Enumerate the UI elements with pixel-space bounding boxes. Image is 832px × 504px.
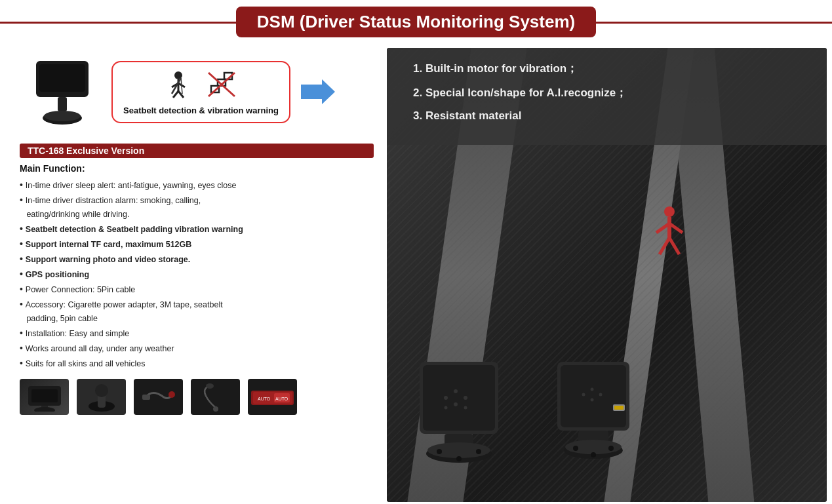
svg-point-51 <box>427 442 490 458</box>
seatbelt-icon <box>163 69 194 100</box>
bullet-list: In-time driver sleep alert: anti-fatigue… <box>20 178 374 371</box>
svg-line-10 <box>178 91 184 98</box>
thumbnail-row: AUTO AUTO <box>20 379 374 415</box>
svg-point-68 <box>591 452 596 457</box>
ttc-label: TTC-168 Exclusive Version <box>20 144 374 158</box>
svg-point-47 <box>445 406 448 410</box>
svg-point-45 <box>464 396 467 400</box>
red-figure <box>643 205 696 273</box>
camera-1-svg <box>406 349 511 480</box>
svg-point-52 <box>437 449 442 454</box>
svg-line-40 <box>669 238 679 254</box>
camera-device-2 <box>551 349 636 482</box>
svg-point-22 <box>34 407 55 412</box>
svg-point-53 <box>476 449 481 454</box>
svg-point-44 <box>454 389 458 393</box>
svg-rect-56 <box>561 365 626 427</box>
feature-icons <box>163 69 239 100</box>
svg-point-29 <box>213 406 218 412</box>
main-content: Seatbelt detection & vibration warning T… <box>0 43 832 504</box>
svg-point-66 <box>573 446 578 451</box>
list-item: Suits for all skins and all vehicles <box>20 356 374 371</box>
list-item: Works around all day, under any weather <box>20 341 374 356</box>
list-item-tf: Support internal TF card, maximum 512GB <box>20 237 374 252</box>
svg-line-9 <box>173 91 178 98</box>
svg-line-39 <box>660 238 669 254</box>
svg-rect-42 <box>423 365 495 431</box>
svg-text:AUTO: AUTO <box>258 397 271 401</box>
feature-3: 3. Resistant material <box>413 109 807 123</box>
list-item-gps: GPS positioning <box>20 267 374 282</box>
list-item: In-time driver distraction alarm: smokin… <box>20 193 374 222</box>
thumb-device-svg-2 <box>85 383 118 412</box>
list-item-storage: Support warning photo and video storage. <box>20 252 374 267</box>
list-item: Accessory: Cigarette power adapter, 3M t… <box>20 297 374 326</box>
feature-2: 2. Special Icon/shape for A.I.recognize； <box>413 85 807 100</box>
svg-point-59 <box>599 393 603 397</box>
camera-devices <box>406 349 636 482</box>
camera-device-1 <box>406 349 511 482</box>
svg-point-26 <box>168 391 175 398</box>
thumb-2 <box>77 379 126 415</box>
svg-point-43 <box>444 396 448 400</box>
svg-rect-1 <box>39 64 85 92</box>
list-item: Installation: Easy and simple <box>20 326 374 341</box>
feature-1: 1. Built-in motor for vibration； <box>413 61 807 76</box>
svg-rect-2 <box>58 97 67 111</box>
thumb-5: AUTO AUTO <box>248 379 297 415</box>
list-item: Power Connection: 5Pin cable <box>20 282 374 297</box>
thumb-device-svg-4 <box>196 383 235 412</box>
svg-line-12 <box>181 78 182 94</box>
thumb-device-svg-3 <box>139 383 178 412</box>
list-item: In-time driver sleep alert: anti-fatigue… <box>20 178 374 193</box>
svg-marker-18 <box>301 79 335 104</box>
svg-point-58 <box>591 388 594 391</box>
svg-point-25 <box>95 384 108 397</box>
feature-list-overlay: 1. Built-in motor for vibration； 2. Spec… <box>387 48 827 145</box>
svg-rect-20 <box>31 389 58 402</box>
device-svg <box>26 56 98 128</box>
svg-text:AUTO: AUTO <box>275 397 288 401</box>
svg-point-28 <box>206 383 214 389</box>
svg-point-46 <box>454 402 458 406</box>
vibration-warning-icon <box>205 69 239 100</box>
arrow-svg <box>301 79 335 104</box>
page-title: DSM (Driver Status Monitoring System) <box>236 7 596 37</box>
svg-rect-27 <box>142 395 150 400</box>
svg-point-54 <box>456 456 462 461</box>
svg-point-67 <box>608 446 614 451</box>
svg-rect-62 <box>614 406 624 410</box>
red-figure-svg <box>643 205 696 271</box>
device-image <box>20 49 105 134</box>
main-function-title: Main Function: <box>20 163 374 174</box>
list-item-seatbelt: Seatbelt detection & Seatbelt padding vi… <box>20 222 374 237</box>
thumb-4 <box>191 379 240 415</box>
feature-box-text: Seatbelt detection & vibration warning <box>123 106 279 115</box>
thumb-device-svg-1 <box>25 383 64 412</box>
svg-point-48 <box>464 406 467 410</box>
right-panel: 1. Built-in motor for vibration； 2. Spec… <box>387 48 827 502</box>
thumb-3 <box>134 379 183 415</box>
header: DSM (Driver Status Monitoring System) <box>0 0 832 43</box>
svg-point-35 <box>664 206 675 217</box>
svg-point-4 <box>44 111 81 121</box>
svg-point-60 <box>591 398 594 402</box>
thumb-device-svg-5: AUTO AUTO <box>248 383 297 412</box>
camera-2-svg <box>551 349 636 480</box>
feature-detection-box: Seatbelt detection & vibration warning <box>111 61 290 123</box>
arrow <box>301 79 335 104</box>
thumb-1 <box>20 379 69 415</box>
device-row: Seatbelt detection & vibration warning <box>20 49 374 134</box>
left-panel: Seatbelt detection & vibration warning T… <box>0 43 387 504</box>
svg-point-57 <box>582 393 585 397</box>
